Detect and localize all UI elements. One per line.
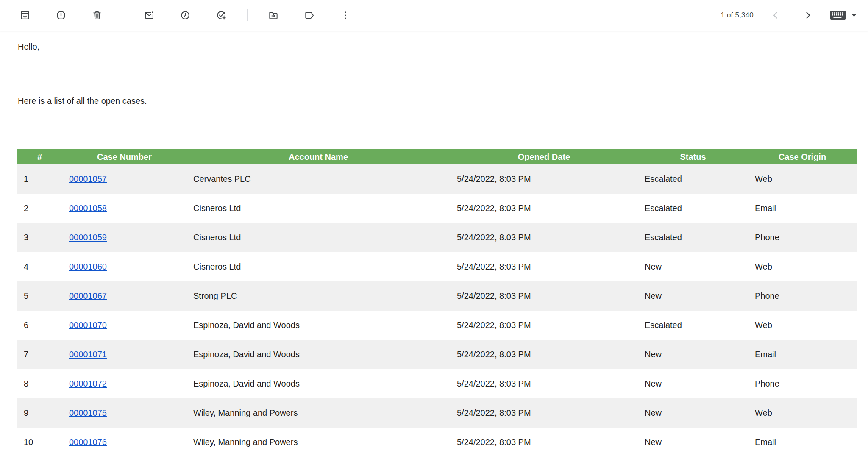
case-number-link[interactable]: 00001067 <box>69 291 107 300</box>
report-spam-button[interactable] <box>51 5 71 25</box>
account-name-cell: Cisneros Ltd <box>186 194 450 223</box>
delete-icon <box>92 10 103 21</box>
mark-unread-button[interactable] <box>139 5 159 25</box>
account-name-cell: Espinoza, David and Woods <box>186 369 450 398</box>
row-number-cell: 9 <box>17 398 62 428</box>
delete-button[interactable] <box>87 5 107 25</box>
archive-icon <box>19 10 31 21</box>
case-origin-cell: Web <box>748 311 857 340</box>
case-number-cell: 00001075 <box>62 398 186 428</box>
opened-date-cell: 5/24/2022, 8:03 PM <box>450 369 638 398</box>
account-name-cell: Cisneros Ltd <box>186 223 450 252</box>
keyboard-icon <box>830 10 846 21</box>
case-number-cell: 00001060 <box>62 252 186 281</box>
case-number-link[interactable]: 00001075 <box>69 408 107 417</box>
more-options-button[interactable] <box>335 5 356 25</box>
opened-date-cell: 5/24/2022, 8:03 PM <box>450 311 638 340</box>
older-conversation-button[interactable] <box>798 5 818 25</box>
email-toolbar: 1 of 5,340 <box>0 0 868 31</box>
opened-date-cell: 5/24/2022, 8:03 PM <box>450 428 638 457</box>
newer-conversation-button[interactable] <box>765 5 786 25</box>
more-vert-icon <box>340 10 351 21</box>
case-number-link[interactable]: 00001071 <box>69 350 107 359</box>
status-cell: New <box>638 428 748 457</box>
table-row: 10 00001076 Wiley, Manning and Powers 5/… <box>17 428 857 457</box>
account-name-cell: Strong PLC <box>186 281 450 311</box>
row-number-cell: 10 <box>17 428 62 457</box>
opened-date-cell: 5/24/2022, 8:03 PM <box>450 398 638 428</box>
labels-button[interactable] <box>299 5 320 25</box>
case-number-link[interactable]: 00001059 <box>69 233 107 242</box>
case-origin-cell: Web <box>748 398 857 428</box>
case-number-cell: 00001076 <box>62 428 186 457</box>
table-row: 2 00001058 Cisneros Ltd 5/24/2022, 8:03 … <box>17 194 857 223</box>
cases-table: # Case Number Account Name Opened Date S… <box>17 149 857 457</box>
opened-date-cell: 5/24/2022, 8:03 PM <box>450 281 638 311</box>
row-number-cell: 6 <box>17 311 62 340</box>
arrow-drop-down-icon <box>850 11 858 19</box>
table-row: 3 00001059 Cisneros Ltd 5/24/2022, 8:03 … <box>17 223 857 252</box>
status-cell: Escalated <box>638 311 748 340</box>
pagination-counter: 1 of 5,340 <box>721 11 754 19</box>
status-cell: New <box>638 340 748 369</box>
case-number-cell: 00001059 <box>62 223 186 252</box>
move-to-icon <box>268 10 279 21</box>
row-number-cell: 5 <box>17 281 62 311</box>
opened-date-cell: 5/24/2022, 8:03 PM <box>450 252 638 281</box>
account-name-cell: Cervantes PLC <box>186 164 450 194</box>
header-case-origin: Case Origin <box>748 149 857 164</box>
header-status: Status <box>638 149 748 164</box>
account-name-cell: Espinoza, David and Woods <box>186 311 450 340</box>
status-cell: Escalated <box>638 223 748 252</box>
move-to-button[interactable] <box>263 5 284 25</box>
status-cell: Escalated <box>638 164 748 194</box>
status-cell: New <box>638 398 748 428</box>
case-number-cell: 00001070 <box>62 311 186 340</box>
table-row: 4 00001060 Cisneros Ltd 5/24/2022, 8:03 … <box>17 252 857 281</box>
toolbar-divider <box>247 9 248 21</box>
account-name-cell: Espinoza, David and Woods <box>186 340 450 369</box>
archive-button[interactable] <box>15 5 35 25</box>
header-opened-date: Opened Date <box>450 149 638 164</box>
label-icon <box>304 10 315 21</box>
header-account-name: Account Name <box>186 149 450 164</box>
header-case-number: Case Number <box>62 149 186 164</box>
add-to-tasks-button[interactable] <box>211 5 231 25</box>
email-body: Hello, Here is a list of all the open ca… <box>0 0 868 459</box>
intro-text: Here is a list of all the open cases. <box>18 96 147 106</box>
case-origin-cell: Web <box>748 164 857 194</box>
input-tools-button[interactable] <box>830 10 858 21</box>
case-origin-cell: Phone <box>748 223 857 252</box>
case-origin-cell: Phone <box>748 281 857 311</box>
case-number-link[interactable]: 00001058 <box>69 203 107 213</box>
opened-date-cell: 5/24/2022, 8:03 PM <box>450 223 638 252</box>
row-number-cell: 4 <box>17 252 62 281</box>
toolbar-divider <box>123 9 123 21</box>
chevron-left-icon <box>771 10 781 20</box>
case-number-cell: 00001071 <box>62 340 186 369</box>
case-number-link[interactable]: 00001057 <box>69 174 107 184</box>
case-origin-cell: Email <box>748 428 857 457</box>
case-number-link[interactable]: 00001076 <box>69 437 107 447</box>
case-number-link[interactable]: 00001072 <box>69 379 107 388</box>
mark-unread-icon <box>144 10 155 21</box>
add-to-tasks-icon <box>216 10 227 21</box>
case-number-link[interactable]: 00001060 <box>69 262 107 271</box>
row-number-cell: 3 <box>17 223 62 252</box>
snooze-icon <box>180 10 191 21</box>
account-name-cell: Cisneros Ltd <box>186 252 450 281</box>
table-row: 6 00001070 Espinoza, David and Woods 5/2… <box>17 311 857 340</box>
report-spam-icon <box>56 10 67 21</box>
account-name-cell: Wiley, Manning and Powers <box>186 428 450 457</box>
case-origin-cell: Phone <box>748 369 857 398</box>
snooze-button[interactable] <box>175 5 195 25</box>
header-number: # <box>17 149 62 164</box>
opened-date-cell: 5/24/2022, 8:03 PM <box>450 194 638 223</box>
status-cell: New <box>638 369 748 398</box>
status-cell: Escalated <box>638 194 748 223</box>
row-number-cell: 2 <box>17 194 62 223</box>
table-row: 5 00001067 Strong PLC 5/24/2022, 8:03 PM… <box>17 281 857 311</box>
case-number-link[interactable]: 00001070 <box>69 320 107 330</box>
case-number-cell: 00001067 <box>62 281 186 311</box>
case-origin-cell: Email <box>748 194 857 223</box>
